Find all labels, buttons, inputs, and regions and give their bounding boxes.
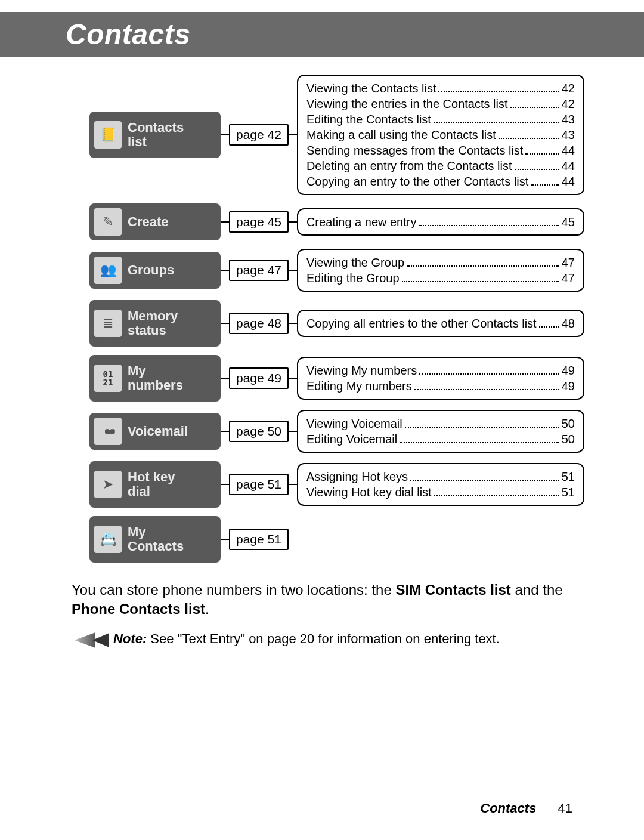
toc-entry: Creating a new entry45 (306, 214, 575, 230)
connector (289, 431, 297, 432)
numbers-icon: 01 21 (94, 365, 122, 392)
connector (289, 484, 297, 485)
toc-leader-dots (402, 270, 559, 282)
menu-item-label: Contacts list (128, 121, 184, 149)
toc-entry: Viewing the entries in the Contacts list… (306, 96, 575, 112)
toc-entry-label: Viewing the entries in the Contacts list (306, 97, 508, 112)
chapter-header: Contacts (0, 12, 644, 57)
sections: Contacts listpage 42Viewing the Contacts… (0, 57, 644, 563)
page-ref: page 47 (229, 260, 289, 281)
toc-entry-label: Viewing My numbers (306, 363, 417, 378)
intro-post: . (205, 601, 209, 617)
toc-entry-label: Viewing Hot key dial list (306, 485, 432, 500)
toc-entry: Viewing Hot key dial list51 (306, 484, 575, 500)
toc-entry-page: 45 (562, 215, 575, 230)
section-row: Contacts listpage 42Viewing the Contacts… (89, 75, 584, 195)
sub-toc: Viewing the Group47Editing the Group47 (297, 249, 584, 292)
toc-leader-dots (410, 469, 559, 481)
menu-item: Groups (89, 252, 221, 289)
toc-entry-page: 47 (562, 255, 575, 270)
connector (221, 134, 229, 135)
toc-entry-label: Deleting an entry from the Contacts list (306, 159, 512, 174)
toc-entry-label: Copying all entries to the other Contact… (306, 316, 537, 331)
toc-leader-dots (419, 363, 559, 375)
toc-entry-label: Making a call using the Contacts list (306, 128, 496, 143)
toc-leader-dots (525, 143, 559, 155)
menu-item-label: My numbers (128, 364, 183, 393)
toc-entry: Making a call using the Contacts list43 (306, 127, 575, 143)
toc-entry-label: Viewing Voicemail (306, 416, 402, 431)
toc-entry-page: 50 (562, 432, 575, 447)
hotkey-icon (94, 471, 122, 498)
menu-item-label: Groups (128, 263, 174, 277)
connector (221, 323, 229, 324)
connector (221, 484, 229, 485)
note-arrow-icon (72, 631, 113, 649)
sub-toc: Viewing the Contacts list42Viewing the e… (297, 75, 584, 195)
toc-entry-page: 43 (562, 128, 575, 143)
voicemail-icon (94, 418, 122, 445)
sub-toc: Copying all entries to the other Contact… (297, 310, 584, 337)
menu-item-label: Create (128, 215, 168, 229)
svg-marker-0 (75, 632, 95, 648)
connector (289, 134, 297, 135)
toc-entry: Copying all entries to the other Contact… (306, 316, 575, 331)
toc-entry-page: 44 (562, 143, 575, 158)
intro-mid: and the (511, 582, 563, 598)
page-ref: page 45 (229, 211, 289, 233)
toc-leader-dots (405, 416, 559, 428)
sub-toc: Creating a new entry45 (297, 208, 584, 236)
page-ref: page 50 (229, 421, 289, 442)
toc-leader-dots (434, 484, 559, 496)
toc-entry-page: 44 (562, 159, 575, 174)
toc-entry: Assigning Hot keys51 (306, 469, 575, 484)
connector (221, 431, 229, 432)
connector (289, 378, 297, 379)
toc-leader-dots (539, 316, 559, 328)
note: Note: See "Text Entry" on page 20 for in… (72, 631, 572, 649)
page-ref: page 42 (229, 124, 289, 146)
sub-toc: Viewing My numbers49Editing My numbers49 (297, 357, 584, 400)
book-icon (94, 121, 122, 149)
toc-entry-page: 48 (562, 316, 575, 331)
toc-entry: Copying an entry to the other Contacts l… (306, 174, 575, 189)
note-lead: Note: (113, 631, 147, 646)
toc-entry-page: 51 (562, 485, 575, 500)
connector (221, 539, 229, 540)
toc-entry-label: Sending messages from the Contacts list (306, 143, 524, 158)
menu-item-label: My Contacts (128, 525, 184, 554)
connector (221, 378, 229, 379)
section-row: Createpage 45Creating a new entry45 (89, 203, 584, 240)
page-ref: page 49 (229, 368, 289, 389)
menu-item-label: Memory status (128, 309, 178, 338)
toc-entry-label: Copying an entry to the other Contacts l… (306, 174, 528, 189)
toc-entry: Deleting an entry from the Contacts list… (306, 158, 575, 174)
toc-leader-dots (515, 158, 559, 170)
toc-entry: Editing the Group47 (306, 270, 575, 286)
toc-entry: Viewing My numbers49 (306, 363, 575, 378)
groups-icon (94, 257, 122, 284)
page-ref: page 51 (229, 529, 289, 550)
menu-item-label: Hot key dial (128, 470, 175, 499)
menu-item: Voicemail (89, 413, 221, 450)
section-row: Memory statuspage 48Copying all entries … (89, 300, 584, 347)
chapter-title: Contacts (66, 18, 190, 51)
connector (221, 270, 229, 271)
memory-icon (94, 310, 122, 337)
menu-item: Memory status (89, 300, 221, 347)
footer-section: Contacts (480, 801, 536, 816)
toc-entry-label: Viewing the Contacts list (306, 81, 436, 96)
connector (289, 323, 297, 324)
toc-entry-label: Editing Voicemail (306, 432, 397, 447)
connector (289, 270, 297, 271)
section-row: Groupspage 47Viewing the Group47Editing … (89, 249, 584, 292)
sub-toc: Assigning Hot keys51Viewing Hot key dial… (297, 463, 584, 506)
toc-entry-page: 47 (562, 271, 575, 286)
menu-item-label: Voicemail (128, 424, 188, 438)
menu-item: Hot key dial (89, 461, 221, 508)
menu-item: My Contacts (89, 516, 221, 563)
section-row: 01 21My numberspage 49Viewing My numbers… (89, 355, 584, 402)
toc-entry-page: 50 (562, 416, 575, 431)
note-text: Note: See "Text Entry" on page 20 for in… (113, 631, 500, 647)
toc-entry-page: 43 (562, 112, 575, 127)
